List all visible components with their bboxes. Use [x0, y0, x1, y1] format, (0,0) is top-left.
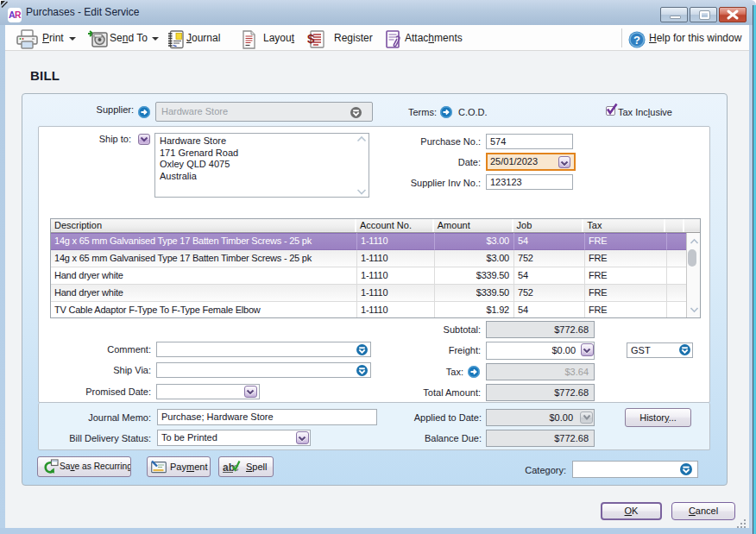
svg-text:?: ?	[633, 34, 640, 47]
svg-text:$: $	[307, 31, 315, 46]
